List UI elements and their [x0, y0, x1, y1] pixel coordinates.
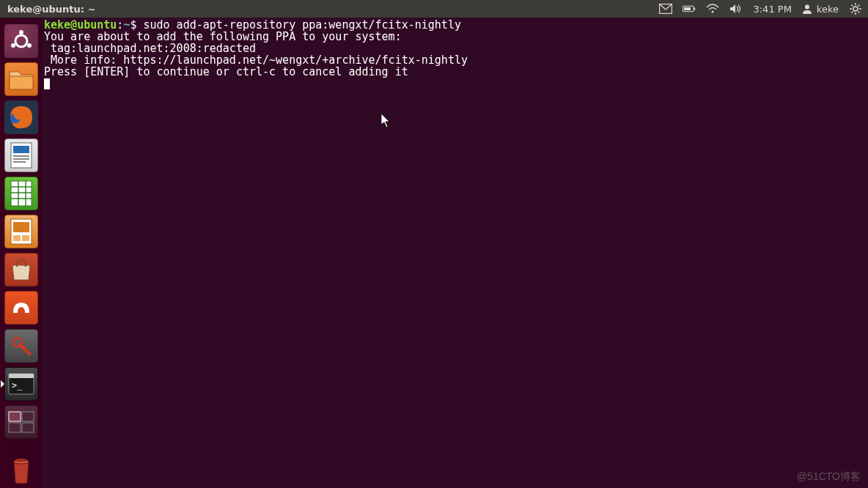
svg-line-13: [858, 5, 860, 7]
wrench-gear-icon: [9, 333, 34, 358]
folder-icon: [8, 67, 34, 91]
terminal-output-line: Press [ENTER] to continue or ctrl-c to c…: [44, 65, 408, 78]
svg-text:>_: >_: [12, 380, 23, 391]
svg-rect-40: [9, 412, 21, 421]
launcher-terminal[interactable]: >_: [4, 367, 38, 401]
svg-rect-43: [22, 423, 34, 432]
launcher-software-center[interactable]: [4, 253, 38, 286]
firefox-icon: [7, 103, 35, 131]
launcher-dash[interactable]: [4, 24, 38, 58]
launcher-workspace-switcher[interactable]: [4, 405, 38, 439]
svg-point-16: [19, 30, 23, 34]
window-title: keke@ubuntu: ~: [4, 4, 95, 15]
trash-icon: [10, 454, 33, 484]
clock[interactable]: 3:41 PM: [753, 4, 791, 15]
battery-icon[interactable]: [683, 2, 696, 15]
launcher-writer[interactable]: [4, 138, 38, 172]
svg-rect-3: [685, 7, 691, 10]
mail-icon[interactable]: [659, 2, 672, 15]
svg-rect-33: [13, 222, 29, 232]
volume-icon[interactable]: [729, 2, 743, 15]
presentation-icon: [10, 218, 33, 245]
svg-line-12: [858, 12, 860, 13]
session-menu[interactable]: keke: [802, 4, 839, 15]
user-icon: [802, 4, 812, 14]
document-icon: [10, 141, 33, 169]
spreadsheet-icon: [10, 180, 33, 207]
watermark: @51CTO博客: [797, 470, 861, 484]
terminal-cursor: [44, 78, 50, 89]
svg-rect-41: [22, 412, 34, 421]
svg-point-17: [11, 43, 15, 48]
username-label: keke: [817, 4, 839, 15]
terminal-window[interactable]: keke@ubuntu:~$ sudo add-apt-repository p…: [43, 18, 868, 488]
svg-point-4: [712, 11, 714, 13]
unity-launcher: >_: [0, 18, 43, 488]
svg-point-15: [15, 35, 27, 47]
svg-rect-34: [13, 235, 21, 241]
wifi-icon[interactable]: [706, 2, 719, 15]
launcher-firefox[interactable]: [4, 100, 38, 134]
svg-line-11: [852, 5, 853, 7]
ubuntu-logo-icon: [8, 28, 34, 54]
svg-rect-19: [10, 76, 33, 89]
top-panel: keke@ubuntu: ~ 3:41 PM keke: [0, 0, 868, 18]
launcher-ubuntu-one[interactable]: [4, 291, 38, 325]
launcher-files[interactable]: [4, 62, 38, 96]
gear-icon[interactable]: [849, 2, 862, 15]
svg-line-14: [852, 12, 853, 13]
launcher-trash[interactable]: [4, 452, 38, 486]
panel-indicators: 3:41 PM keke: [659, 2, 862, 15]
svg-point-18: [27, 43, 32, 48]
shopping-bag-icon: [8, 258, 34, 281]
launcher-settings[interactable]: [4, 329, 38, 363]
svg-rect-35: [22, 235, 29, 241]
svg-rect-42: [9, 423, 21, 432]
svg-point-45: [15, 459, 27, 462]
svg-rect-26: [11, 181, 32, 206]
launcher-impress[interactable]: [4, 215, 38, 248]
terminal-icon: >_: [7, 372, 35, 396]
workspace-icon: [8, 411, 34, 433]
ubuntu-one-icon: [9, 295, 34, 320]
svg-rect-2: [694, 7, 696, 10]
launcher-calc[interactable]: [4, 177, 38, 210]
svg-rect-38: [9, 374, 34, 378]
svg-point-5: [805, 5, 809, 10]
svg-point-6: [853, 7, 858, 11]
svg-rect-22: [13, 146, 29, 153]
